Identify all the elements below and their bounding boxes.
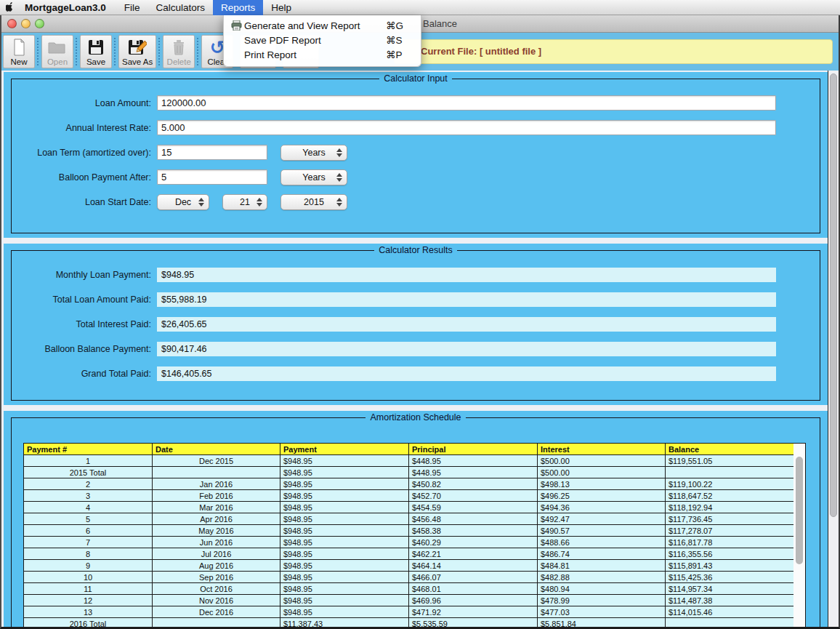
table-header-row: Payment #DatePaymentPrincipalInterestBal… xyxy=(24,444,794,455)
table-row[interactable]: 3Feb 2016$948.95$452.70$496.25$118,647.5… xyxy=(24,490,794,502)
table-cell: $115,425.36 xyxy=(666,572,794,583)
table-row[interactable]: 7Jun 2016$948.95$460.29$488.66$116,817.7… xyxy=(24,537,794,548)
window-scrollbar-track[interactable] xyxy=(828,71,839,627)
table-row[interactable]: 5Apr 2016$948.95$456.48$492.47$117,736.4… xyxy=(24,513,794,525)
close-button[interactable] xyxy=(7,19,17,28)
start-month-popup[interactable]: Dec xyxy=(157,194,209,210)
app-window: Balance New Open xyxy=(0,15,840,629)
total-loan-paid-label: Total Loan Amount Paid: xyxy=(12,295,151,305)
table-cell: $119,100.22 xyxy=(666,478,794,490)
table-cell: $116,817.78 xyxy=(666,537,794,548)
loan-term-input[interactable] xyxy=(157,145,267,160)
table-cell: $498.13 xyxy=(538,478,666,490)
table-cell: $464.14 xyxy=(409,560,538,572)
save-button[interactable]: Save xyxy=(80,35,112,68)
table-header-cell[interactable]: Payment # xyxy=(24,444,153,455)
balloon-after-unit-popup[interactable]: Years xyxy=(280,169,347,185)
table-row[interactable]: 9Aug 2016$948.95$464.14$484.81$115,891.4… xyxy=(24,560,794,572)
table-cell: Dec 2015 xyxy=(153,455,280,467)
table-cell xyxy=(153,618,280,628)
table-cell xyxy=(666,618,794,628)
save-as-button[interactable]: Save As xyxy=(118,35,156,68)
table-scrollbar-track[interactable] xyxy=(793,443,806,627)
table-cell: 2 xyxy=(24,478,153,490)
menu-item-label: Save PDF Report xyxy=(244,35,386,46)
window-scrollbar-thumb[interactable] xyxy=(830,73,837,517)
table-header-cell[interactable]: Balance xyxy=(666,444,794,455)
table-cell: Apr 2016 xyxy=(153,513,280,525)
minimize-button[interactable] xyxy=(21,19,31,28)
table-cell: $482.88 xyxy=(538,572,666,583)
balloon-after-input[interactable] xyxy=(157,169,267,185)
table-cell: Nov 2016 xyxy=(153,595,280,606)
table-header-cell[interactable]: Interest xyxy=(538,444,666,455)
menu-item-save-pdf-report[interactable]: Save PDF Report ⌘S xyxy=(224,33,421,47)
menu-item-file[interactable]: File xyxy=(116,0,148,15)
new-button[interactable]: New xyxy=(3,35,35,68)
table-row[interactable]: 2016 Total$11,387.43$5,535.59$5,851.84 xyxy=(24,618,794,628)
table-cell xyxy=(153,467,280,478)
balloon-balance-payment-label: Balloon Balance Payment: xyxy=(12,344,151,354)
annual-interest-rate-label: Annual Interest Rate: xyxy=(12,123,151,133)
loan-term-label: Loan Term (amortized over): xyxy=(12,148,151,158)
table-cell: $460.29 xyxy=(409,537,538,548)
calculator-results-panel: Calculator Results Monthly Loan Payment:… xyxy=(4,244,828,405)
table-cell: $494.36 xyxy=(538,502,666,513)
table-header-cell[interactable]: Principal xyxy=(409,444,538,455)
main-content: Calculator Input Loan Amount: Annual Int… xyxy=(1,71,839,627)
table-row[interactable]: 13Dec 2016$948.95$471.92$477.03$114,015.… xyxy=(24,606,794,618)
table-cell: 12 xyxy=(24,595,153,606)
zoom-button[interactable] xyxy=(35,19,44,28)
menu-item-print-report[interactable]: Print Report ⌘P xyxy=(224,47,421,62)
toolbar-separator xyxy=(112,35,118,68)
table-cell: $114,957.34 xyxy=(666,583,794,595)
table-header-cell[interactable]: Date xyxy=(153,444,280,455)
table-row[interactable]: 2Jan 2016$948.95$450.82$498.13$119,100.2… xyxy=(24,478,794,490)
start-year-popup[interactable]: 2015 xyxy=(280,194,347,210)
table-cell: $454.59 xyxy=(409,502,538,513)
table-cell: Feb 2016 xyxy=(153,490,280,502)
window-title: Balance xyxy=(423,18,457,29)
table-row[interactable]: 10Sep 2016$948.95$466.07$482.88$115,425.… xyxy=(24,572,794,583)
screen: MortgageLoan3.0 File Calculators Reports… xyxy=(0,0,840,629)
table-cell: $116,355.56 xyxy=(666,548,794,560)
window-controls xyxy=(7,19,44,28)
save-as-disk-icon xyxy=(128,38,147,57)
table-row[interactable]: 2015 Total$948.95$448.95$500.00 xyxy=(24,467,794,478)
table-cell: May 2016 xyxy=(153,525,280,537)
loan-amount-label: Loan Amount: xyxy=(12,98,151,108)
table-cell: $5,851.84 xyxy=(538,618,666,628)
table-row[interactable]: 12Nov 2016$948.95$469.96$478.99$114,487.… xyxy=(24,595,794,606)
table-header-cell[interactable]: Payment xyxy=(280,444,409,455)
table-cell: Mar 2016 xyxy=(153,502,280,513)
menu-item-label: Print Report xyxy=(244,49,386,60)
menu-bar: MortgageLoan3.0 File Calculators Reports… xyxy=(0,0,840,15)
table-row[interactable]: 1Dec 2015$948.95$448.95$500.00$119,551.0… xyxy=(24,455,794,467)
table-row[interactable]: 11Oct 2016$948.95$468.01$480.94$114,957.… xyxy=(24,583,794,595)
loan-term-unit-popup[interactable]: Years xyxy=(280,145,347,161)
loan-start-date-label: Loan Start Date: xyxy=(12,197,151,207)
toolbar-button-label: Open xyxy=(47,57,68,66)
toolbar-separator xyxy=(195,35,201,68)
menu-item-calculators[interactable]: Calculators xyxy=(148,0,214,15)
table-scrollbar-thumb[interactable] xyxy=(796,457,803,564)
current-file-status: Current File: [ untitled file ] xyxy=(394,39,833,64)
annual-interest-rate-input[interactable] xyxy=(157,120,776,135)
apple-menu-icon[interactable] xyxy=(0,1,22,13)
table-row[interactable]: 6May 2016$948.95$458.38$490.57$117,278.0… xyxy=(24,525,794,537)
table-row[interactable]: 8Jul 2016$948.95$462.21$486.74$116,355.5… xyxy=(24,548,794,560)
start-day-popup[interactable]: 21 xyxy=(222,194,267,210)
menu-item-reports[interactable]: Reports xyxy=(213,0,263,15)
menu-item-help[interactable]: Help xyxy=(263,0,299,15)
table-cell: $492.47 xyxy=(538,513,666,525)
menu-app-name[interactable]: MortgageLoan3.0 xyxy=(22,2,116,13)
toolbar-separator xyxy=(156,35,163,68)
menu-item-generate-and-view-report[interactable]: Generate and View Report ⌘G xyxy=(224,18,421,33)
start-year-value: 2015 xyxy=(304,197,324,207)
loan-amount-input[interactable] xyxy=(157,95,776,111)
table-row[interactable]: 4Mar 2016$948.95$454.59$494.36$118,192.9… xyxy=(24,502,794,513)
calculator-results-fieldset: Calculator Results Monthly Loan Payment:… xyxy=(11,245,820,401)
table-cell: $448.95 xyxy=(409,455,538,467)
delete-button: Delete xyxy=(163,35,195,68)
table-cell: $11,387.43 xyxy=(280,618,409,628)
